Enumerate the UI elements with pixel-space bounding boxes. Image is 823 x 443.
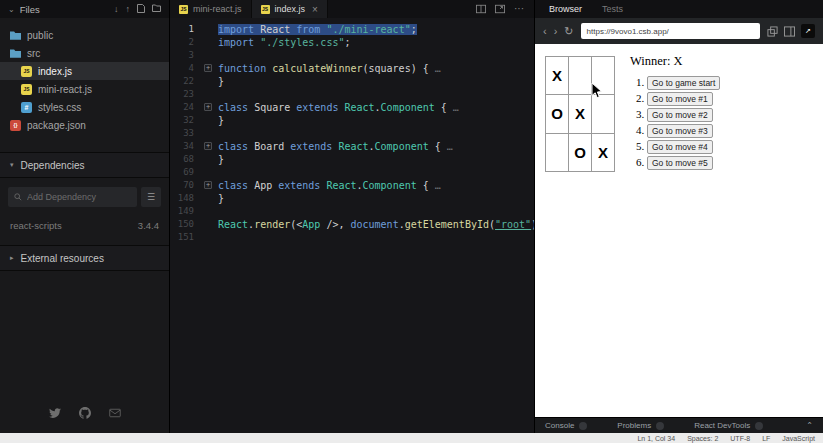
status-item[interactable]: Ln 1, Col 34: [637, 435, 675, 442]
fold-expand-icon[interactable]: +: [204, 64, 212, 72]
move-button[interactable]: Go to move #2: [647, 108, 713, 122]
code-line[interactable]: 24+class Square extends React.Component …: [170, 101, 534, 114]
move-button[interactable]: Go to move #1: [647, 92, 713, 106]
editor-tab-bar: JSmini-react.jsJSindex.js× ···: [170, 0, 534, 18]
open-preview-icon[interactable]: [495, 4, 505, 14]
code-line[interactable]: 4+function calculateWinner(squares) { …: [170, 62, 534, 75]
move-button[interactable]: Go to move #5: [647, 156, 713, 170]
move-button[interactable]: Go to move #3: [647, 124, 713, 138]
file-item-public[interactable]: public: [0, 26, 169, 44]
code-line[interactable]: 32}: [170, 114, 534, 127]
chevron-down-icon[interactable]: ⌄: [8, 5, 15, 14]
javascript-file-icon: JS: [21, 66, 32, 77]
line-number: 70: [170, 179, 204, 192]
code-line[interactable]: 151: [170, 231, 534, 244]
browser-navbar: ‹ › ↻ https://9vovo1.csb.app/ ↗: [535, 18, 823, 44]
console-bar-item-console[interactable]: Console: [545, 421, 587, 430]
fold-expand-icon[interactable]: +: [204, 142, 212, 150]
sidebar-footer: [0, 395, 169, 433]
line-number: 149: [170, 205, 204, 218]
file-item-mini-react.js[interactable]: JSmini-react.js: [0, 80, 169, 98]
editor-tab-index.js[interactable]: JSindex.js×: [252, 0, 328, 18]
refresh-icon[interactable]: ↻: [564, 26, 573, 37]
code-line[interactable]: 2import "./styles.css";: [170, 36, 534, 49]
twitter-icon[interactable]: [49, 407, 61, 419]
console-bar: ConsoleProblemsReact DevTools⌃: [535, 417, 823, 433]
code-editor[interactable]: 1import React from "./mini-react";2impor…: [170, 18, 534, 433]
move-list-item: Go to move #1: [647, 92, 720, 106]
status-item[interactable]: UTF-8: [730, 435, 750, 442]
code-line[interactable]: 148}: [170, 192, 534, 205]
status-bar: Ln 1, Col 34Spaces: 2UTF-8LFJavaScript: [0, 433, 823, 443]
code-line[interactable]: 34+class Board extends React.Component {…: [170, 140, 534, 153]
board-square[interactable]: [569, 57, 592, 95]
contact-icon[interactable]: [109, 407, 121, 419]
external-resources-header[interactable]: ▸ External resources: [0, 245, 169, 271]
status-item[interactable]: LF: [762, 435, 770, 442]
back-icon[interactable]: ‹: [543, 26, 547, 37]
new-file-icon[interactable]: [137, 4, 145, 15]
preview-tab-bar: BrowserTests: [535, 0, 823, 18]
code-text: [204, 166, 218, 179]
code-line[interactable]: 150React.render(<App />, document.getEle…: [170, 218, 534, 231]
code-line[interactable]: 69: [170, 166, 534, 179]
code-text: import "./styles.css";: [204, 36, 350, 49]
status-item[interactable]: JavaScript: [782, 435, 815, 442]
github-icon[interactable]: [79, 407, 91, 419]
new-folder-icon[interactable]: [152, 4, 161, 14]
fold-expand-icon[interactable]: +: [204, 181, 212, 189]
code-line[interactable]: 3: [170, 49, 534, 62]
chevron-expanded-icon: ▾: [10, 161, 14, 169]
download-icon[interactable]: ↓: [114, 5, 119, 14]
code-text: [204, 49, 218, 62]
split-editor-icon[interactable]: [476, 4, 486, 14]
forward-icon[interactable]: ›: [554, 26, 558, 37]
file-item-styles.css[interactable]: #styles.css: [0, 98, 169, 116]
preview-tab-browser[interactable]: Browser: [549, 4, 582, 14]
open-in-new-window-button[interactable]: ↗: [801, 24, 815, 38]
files-panel-title: Files: [20, 4, 40, 15]
browser-content: XOXOX Winner: X Go to game startGo to mo…: [535, 44, 823, 417]
upload-icon[interactable]: ↑: [126, 5, 131, 14]
editor-tab-mini-react.js[interactable]: JSmini-react.js: [170, 0, 252, 18]
board-square[interactable]: O: [569, 133, 592, 171]
dependencies-section-header[interactable]: ▾ Dependencies: [0, 152, 169, 178]
javascript-file-icon: JS: [21, 84, 32, 95]
code-line[interactable]: 70+class App extends React.Component { …: [170, 179, 534, 192]
board-square[interactable]: X: [569, 95, 592, 133]
board-square[interactable]: [546, 133, 569, 171]
console-bar-item-problems[interactable]: Problems: [617, 421, 664, 430]
code-line[interactable]: 1import React from "./mini-react";: [170, 23, 534, 36]
file-item-src[interactable]: src: [0, 44, 169, 62]
dependency-item[interactable]: react-scripts 3.4.4: [0, 212, 169, 245]
board-square[interactable]: X: [592, 133, 615, 171]
code-line[interactable]: 149: [170, 205, 534, 218]
dependency-menu-button[interactable]: ☰: [141, 187, 161, 207]
code-text: React.render(<App />, document.getElemen…: [204, 218, 534, 231]
split-preview-icon[interactable]: [784, 26, 795, 37]
code-line[interactable]: 33: [170, 127, 534, 140]
board-square[interactable]: O: [546, 95, 569, 133]
expand-console-icon[interactable]: ⌃: [806, 421, 813, 430]
url-bar[interactable]: https://9vovo1.csb.app/: [581, 23, 760, 39]
move-button[interactable]: Go to move #4: [647, 140, 713, 154]
preview-tab-tests[interactable]: Tests: [602, 4, 623, 14]
code-line[interactable]: 68}: [170, 153, 534, 166]
code-line[interactable]: 22}: [170, 75, 534, 88]
console-bar-item-react-devtools[interactable]: React DevTools: [694, 421, 763, 430]
file-item-package.json[interactable]: {}package.json: [0, 116, 169, 134]
add-dependency-input[interactable]: [27, 192, 131, 202]
more-actions-icon[interactable]: ···: [514, 4, 524, 14]
board-square[interactable]: [592, 95, 615, 133]
move-button[interactable]: Go to game start: [647, 76, 720, 90]
status-item[interactable]: Spaces: 2: [687, 435, 718, 442]
copy-link-icon[interactable]: [767, 26, 778, 37]
close-tab-icon[interactable]: ×: [312, 4, 318, 15]
code-text: [204, 231, 218, 244]
board-square[interactable]: X: [546, 57, 569, 95]
code-text: +function calculateWinner(squares) { …: [204, 62, 441, 75]
fold-expand-icon[interactable]: +: [204, 103, 212, 111]
code-line[interactable]: 23: [170, 88, 534, 101]
file-item-index.js[interactable]: JSindex.js: [0, 62, 169, 80]
board-square[interactable]: [592, 57, 615, 95]
